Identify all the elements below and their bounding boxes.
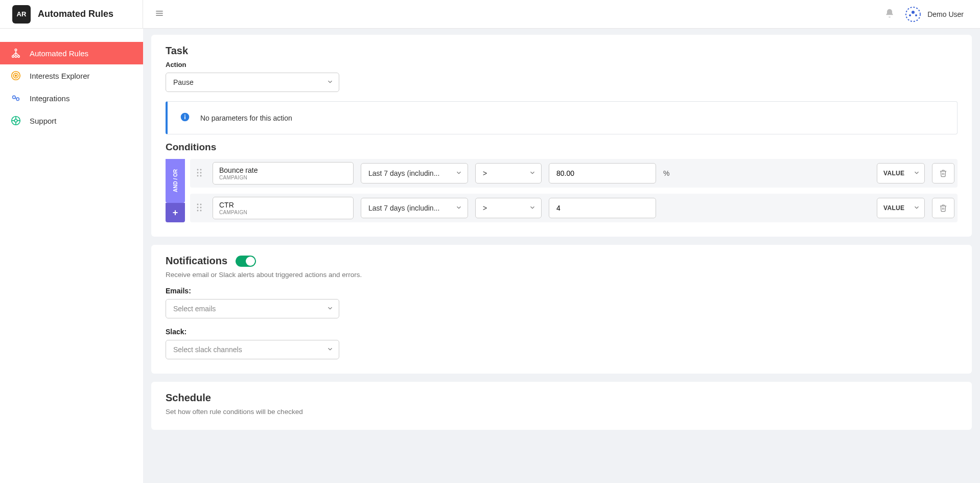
svg-point-34 (200, 175, 202, 176)
action-info-banner: No parameters for this action (166, 101, 958, 134)
svg-point-17 (15, 75, 17, 77)
task-title: Task (166, 45, 958, 57)
drag-handle[interactable] (193, 203, 205, 214)
metric-name: Bounce rate (219, 166, 347, 175)
sidebar-item-label: Automated Rules (30, 49, 88, 58)
sidebar-item-label: Integrations (30, 94, 69, 103)
chevron-down-icon (326, 346, 334, 354)
svg-point-38 (200, 206, 202, 208)
svg-point-7 (15, 49, 17, 51)
and-or-toggle[interactable]: AND / OR (166, 159, 185, 203)
chevron-down-icon (326, 78, 334, 87)
chevron-down-icon (529, 204, 536, 213)
svg-point-13 (18, 56, 20, 58)
user-menu[interactable]: Demo User (905, 6, 964, 22)
schedule-desc: Set how often rule conditions will be ch… (166, 408, 958, 416)
action-label: Action (166, 61, 958, 68)
chevron-down-icon (326, 305, 334, 313)
emails-placeholder: Select emails (173, 305, 216, 313)
notifications-button[interactable] (884, 8, 895, 20)
info-text: No parameters for this action (200, 114, 292, 122)
drag-handle[interactable] (193, 168, 205, 179)
value-type-select[interactable]: VALUE (877, 198, 925, 218)
svg-point-37 (197, 206, 199, 208)
notifications-title: Notifications (166, 255, 227, 267)
metric-scope: CAMPAIGN (219, 175, 347, 180)
operator-value: > (483, 204, 487, 212)
trash-icon (939, 169, 947, 177)
metric-scope: CAMPAIGN (219, 210, 347, 215)
svg-point-36 (200, 203, 202, 205)
hamburger-icon (154, 8, 165, 18)
svg-point-12 (15, 56, 17, 58)
sidebar-item-label: Interests Explorer (30, 72, 90, 80)
header-left-area (143, 5, 168, 23)
sidebar-item-interests-explorer[interactable]: Interests Explorer (0, 64, 143, 87)
chevron-down-icon (455, 204, 462, 213)
emails-select[interactable]: Select emails (166, 299, 339, 318)
action-select[interactable]: Pause (166, 73, 339, 92)
brand: AR Automated Rules (0, 0, 143, 28)
value-input[interactable] (549, 163, 656, 183)
emails-label: Emails: (166, 287, 958, 295)
svg-line-9 (13, 53, 16, 56)
chevron-down-icon (455, 169, 462, 178)
notifications-desc: Receive email or Slack alerts about trig… (166, 271, 958, 279)
svg-point-35 (197, 203, 199, 205)
notifications-toggle[interactable] (236, 256, 256, 267)
period-select[interactable]: Last 7 days (includin... (361, 163, 468, 183)
metric-select[interactable]: CTR CAMPAIGN (213, 197, 354, 219)
chevron-down-icon (913, 169, 920, 178)
sidebar-item-support[interactable]: Support (0, 109, 143, 132)
svg-point-18 (13, 96, 15, 99)
bell-icon (884, 8, 895, 18)
delete-condition-button[interactable] (932, 163, 954, 183)
action-selected-value: Pause (173, 78, 194, 86)
sidebar: Automated Rules Interests Explorer Integ… (0, 29, 143, 483)
operator-select[interactable]: > (475, 163, 542, 183)
svg-line-10 (16, 53, 19, 56)
metric-select[interactable]: Bounce rate CAMPAIGN (213, 162, 354, 185)
svg-rect-27 (184, 116, 185, 119)
svg-point-39 (197, 210, 199, 211)
info-icon (180, 112, 190, 124)
add-condition-button[interactable]: + (166, 203, 185, 222)
svg-point-3 (906, 7, 920, 21)
operator-select[interactable]: > (475, 198, 542, 218)
chevron-down-icon (913, 204, 920, 213)
svg-point-4 (912, 11, 915, 14)
app-header: AR Automated Rules Demo User (0, 0, 980, 29)
slack-label: Slack: (166, 328, 958, 336)
condition-row: Bounce rate CAMPAIGN Last 7 days (includ… (190, 159, 958, 188)
period-select[interactable]: Last 7 days (includin... (361, 198, 468, 218)
slack-placeholder: Select slack channels (173, 346, 242, 354)
sidebar-item-integrations[interactable]: Integrations (0, 87, 143, 109)
trash-icon (939, 204, 947, 212)
svg-point-29 (197, 169, 199, 170)
menu-toggle-button[interactable] (151, 5, 168, 23)
brand-logo: AR (12, 5, 31, 24)
sidebar-item-automated-rules[interactable]: Automated Rules (0, 42, 143, 64)
sidebar-item-label: Support (30, 117, 57, 125)
drag-icon (196, 203, 202, 212)
slack-select[interactable]: Select slack channels (166, 340, 339, 359)
notifications-card: Notifications Receive email or Slack ale… (151, 245, 972, 374)
condition-row: CTR CAMPAIGN Last 7 days (includin... > (190, 194, 958, 222)
svg-point-33 (197, 175, 199, 176)
delete-condition-button[interactable] (932, 198, 954, 218)
main-content[interactable]: Task Action Pause No parameters for this… (143, 29, 980, 483)
brand-title: Automated Rules (38, 9, 113, 19)
value-input[interactable] (549, 198, 656, 218)
value-unit: % (663, 169, 675, 177)
period-value: Last 7 days (includin... (368, 204, 439, 212)
svg-point-31 (197, 172, 199, 173)
svg-point-30 (200, 169, 202, 170)
automated-rules-icon (10, 48, 21, 59)
svg-point-40 (200, 210, 202, 211)
conditions-section: Conditions AND / OR + Bounce rate CAMPAI… (166, 142, 958, 222)
svg-point-28 (184, 114, 185, 116)
schedule-card: Schedule Set how often rule conditions w… (151, 382, 972, 430)
task-card: Task Action Pause No parameters for this… (151, 35, 972, 237)
value-type-select[interactable]: VALUE (877, 163, 925, 183)
value-type-label: VALUE (883, 204, 904, 212)
